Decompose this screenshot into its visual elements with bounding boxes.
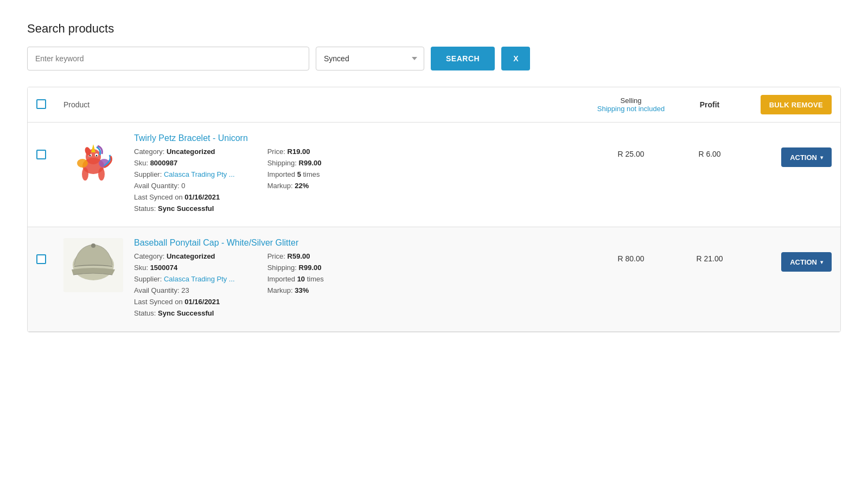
product-sku: Sku: 8000987 (134, 159, 235, 167)
action-button[interactable]: ACTION ▾ (781, 252, 832, 272)
product-details: Twirly Petz Bracelet - Unicorn Category:… (134, 133, 588, 216)
header-selling-cell: Selling Shipping not included (588, 97, 674, 113)
profit-value: R 6.00 (674, 133, 745, 158)
product-price: Price: R19.00 (267, 147, 322, 156)
product-row: Twirly Petz Bracelet - Unicorn Category:… (28, 123, 840, 227)
product-name-link[interactable]: Baseball Ponytail Cap - White/Silver Gli… (134, 238, 588, 248)
product-status: Status: Sync Successful (134, 204, 235, 213)
product-meta: Category: Uncategorized Sku: 8000987 Sup… (134, 147, 588, 216)
header-product-label: Product (63, 100, 90, 109)
supplier-link[interactable]: Calasca Trading Pty ... (164, 170, 235, 178)
shipping-not-included-link[interactable]: Shipping not included (597, 105, 665, 113)
search-keyword-input[interactable] (27, 47, 309, 70)
product-imported: Imported 5 times (267, 170, 322, 178)
row-checkbox[interactable] (36, 254, 46, 264)
table-header: Product Selling Shipping not included Pr… (28, 87, 840, 123)
clear-button[interactable]: X (501, 47, 530, 70)
product-supplier: Supplier: Calasca Trading Pty ... (134, 170, 235, 178)
action-chevron-icon: ▾ (820, 259, 823, 265)
product-image (63, 238, 123, 292)
product-markup: Markup: 22% (267, 182, 322, 190)
products-table: Product Selling Shipping not included Pr… (27, 87, 841, 332)
meta-col-left: Category: Uncategorized Sku: 1500074 Sup… (134, 252, 235, 320)
svg-point-1 (77, 159, 88, 168)
product-row-content: Baseball Ponytail Cap - White/Silver Gli… (63, 238, 832, 320)
search-status-wrapper: All Synced Not Synced Pending (316, 47, 424, 70)
selling-price-value: R 80.00 (588, 238, 674, 263)
meta-col-right: Price: R19.00 Shipping: R99.00 Imported … (267, 147, 322, 216)
product-image-svg (63, 238, 123, 292)
product-last-synced: Last Synced on 01/16/2021 (134, 193, 235, 201)
header-selling-label: Selling Shipping not included (588, 97, 674, 113)
action-button-cell: ACTION ▾ (745, 133, 832, 167)
header-profit-label: Profit (700, 100, 720, 109)
product-category: Category: Uncategorized (134, 252, 235, 260)
action-chevron-icon: ▾ (820, 155, 823, 160)
product-row: Baseball Ponytail Cap - White/Silver Gli… (28, 227, 840, 332)
product-imported: Imported 10 times (267, 275, 324, 283)
product-details: Baseball Ponytail Cap - White/Silver Gli… (134, 238, 588, 320)
meta-col-left: Category: Uncategorized Sku: 8000987 Sup… (134, 147, 235, 216)
svg-point-14 (91, 243, 95, 248)
row-checkbox-cell (36, 238, 63, 266)
product-avail-qty: Avail Quantity: 23 (134, 286, 235, 294)
search-button[interactable]: SEARCH (431, 47, 495, 70)
product-status: Status: Sync Successful (134, 309, 235, 317)
product-image (63, 133, 123, 188)
row-checkbox[interactable] (36, 150, 46, 159)
product-row-content: Twirly Petz Bracelet - Unicorn Category:… (63, 133, 832, 216)
svg-point-4 (98, 168, 105, 181)
product-name-link[interactable]: Twirly Petz Bracelet - Unicorn (134, 133, 588, 143)
product-markup: Markup: 33% (267, 286, 324, 294)
header-profit-cell: Profit (674, 100, 745, 109)
header-product-cell: Product (63, 100, 588, 109)
action-button[interactable]: ACTION ▾ (781, 147, 832, 167)
product-shipping: Shipping: R99.00 (267, 264, 324, 272)
header-action-cell: BULK REMOVE (745, 95, 832, 114)
product-shipping: Shipping: R99.00 (267, 159, 322, 167)
product-image-svg (66, 136, 120, 185)
select-all-checkbox[interactable] (36, 99, 46, 109)
supplier-link[interactable]: Calasca Trading Pty ... (164, 275, 235, 283)
page-title: Search products (27, 22, 841, 36)
meta-col-right: Price: R59.00 Shipping: R99.00 Imported … (267, 252, 324, 320)
svg-point-9 (96, 155, 98, 157)
selling-price-value: R 25.00 (588, 133, 674, 158)
product-last-synced: Last Synced on 01/16/2021 (134, 298, 235, 306)
search-status-select[interactable]: All Synced Not Synced Pending (316, 47, 424, 70)
product-category: Category: Uncategorized (134, 147, 235, 156)
row-checkbox-cell (36, 133, 63, 161)
product-avail-qty: Avail Quantity: 0 (134, 182, 235, 190)
page-wrapper: Search products All Synced Not Synced Pe… (0, 0, 868, 488)
bulk-remove-button[interactable]: BULK REMOVE (761, 95, 832, 114)
product-sku: Sku: 1500074 (134, 264, 235, 272)
action-button-cell: ACTION ▾ (745, 238, 832, 272)
search-bar: All Synced Not Synced Pending SEARCH X (27, 47, 841, 70)
profit-value: R 21.00 (674, 238, 745, 263)
svg-point-3 (82, 168, 88, 181)
product-supplier: Supplier: Calasca Trading Pty ... (134, 275, 235, 283)
product-meta: Category: Uncategorized Sku: 1500074 Sup… (134, 252, 588, 320)
product-price: Price: R59.00 (267, 252, 324, 260)
svg-marker-10 (91, 144, 95, 152)
header-checkbox-cell (36, 99, 63, 111)
